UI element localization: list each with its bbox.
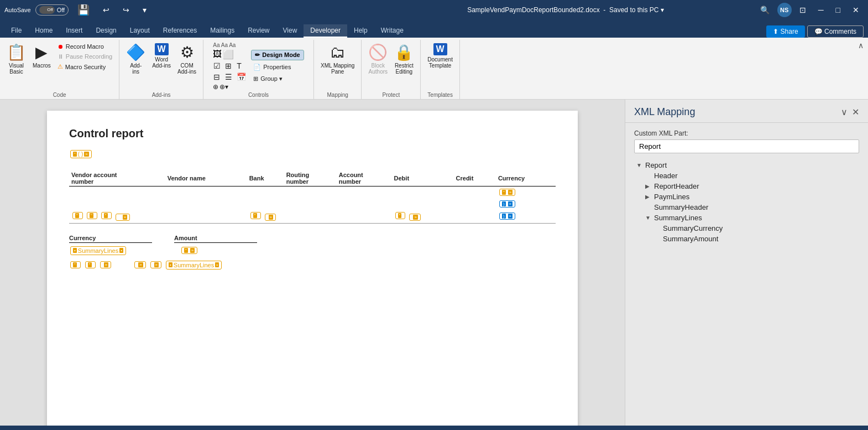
cc-currency-2[interactable]: ) » bbox=[499, 200, 515, 208]
tab-home[interactable]: Home bbox=[28, 24, 59, 38]
tab-view[interactable]: View bbox=[276, 24, 304, 38]
tree-item-summaryamount[interactable]: SummaryAmount bbox=[634, 234, 859, 244]
cc-row3-6[interactable]: » bbox=[265, 214, 276, 221]
ribbon-collapse-button[interactable]: ∧ bbox=[854, 40, 868, 51]
legacy-icon2[interactable]: ⊕▾ bbox=[219, 83, 228, 91]
tab-review[interactable]: Review bbox=[241, 24, 276, 38]
cc-row3-5[interactable]: " bbox=[250, 212, 261, 219]
td-empty-12 bbox=[337, 198, 392, 210]
restrict-editing-button[interactable]: 🔒 RestrictEditing bbox=[392, 42, 416, 76]
undo-button[interactable]: ↩ bbox=[98, 4, 114, 15]
cc-debit2[interactable]: » bbox=[409, 214, 420, 221]
xml-part-select[interactable]: Report bbox=[634, 139, 859, 153]
cc-row3-4[interactable]: » bbox=[116, 214, 130, 221]
status-bar: Page 1 of 1 17 words 📝 English (United S… bbox=[0, 426, 868, 430]
block-authors-button[interactable]: 🚫 BlockAuthors bbox=[366, 42, 390, 76]
date-icon[interactable]: 📅 bbox=[236, 72, 247, 82]
add-ins-button[interactable]: 🔷 Add-ins bbox=[124, 42, 148, 76]
tree-item-header[interactable]: Header bbox=[634, 170, 859, 181]
autosave-toggle-switch[interactable] bbox=[39, 6, 55, 14]
avatar[interactable]: NS bbox=[777, 3, 792, 17]
visual-basic-button[interactable]: 📋 VisualBasic bbox=[4, 42, 28, 76]
cc-row3-3[interactable]: " bbox=[101, 212, 112, 219]
com-add-ins-button[interactable]: ⚙ COMAdd-ins bbox=[175, 42, 198, 76]
comments-button[interactable]: 💬 Comments bbox=[807, 25, 864, 38]
cc-summaryamount-1[interactable]: " » bbox=[181, 247, 197, 254]
cc-debit[interactable]: " bbox=[395, 212, 406, 219]
combo-icon[interactable]: ⊟ bbox=[213, 72, 223, 82]
tab-layout[interactable]: Layout bbox=[123, 24, 156, 38]
save-button[interactable]: 💾 bbox=[73, 3, 94, 17]
cc-row3-1[interactable]: " bbox=[72, 212, 83, 219]
content-control-icon-2[interactable]: ⬜ bbox=[223, 49, 234, 60]
cc-summarylines-2a[interactable]: " bbox=[70, 261, 81, 268]
cc-currency-1[interactable]: " » bbox=[499, 189, 515, 196]
tab-design[interactable]: Design bbox=[89, 24, 123, 38]
close-button[interactable]: ✕ bbox=[848, 4, 864, 15]
xml-mapping-pane-button[interactable]: 🗂 XML MappingPane bbox=[318, 42, 357, 76]
tree-item-summaryheader[interactable]: SummaryHeader bbox=[634, 202, 859, 213]
tab-insert[interactable]: Insert bbox=[59, 24, 89, 38]
xml-panel-title: XML Mapping bbox=[634, 106, 695, 118]
legacy-icon[interactable]: ⊕ bbox=[213, 83, 218, 91]
group-button[interactable]: ⊞ Group ▾ bbox=[251, 74, 304, 84]
text-icon[interactable]: T bbox=[236, 61, 247, 71]
cc-summarylines-2d[interactable]: » bbox=[134, 261, 145, 268]
checkbox-icon[interactable]: ☑ bbox=[213, 61, 223, 71]
redo-button[interactable]: ↪ bbox=[118, 4, 134, 15]
search-button[interactable]: 🔍 bbox=[756, 4, 774, 15]
restore-window-button[interactable]: ⊡ bbox=[795, 4, 811, 15]
td-empty-5 bbox=[337, 186, 392, 199]
properties-button[interactable]: 📄 Properties bbox=[251, 63, 304, 72]
tab-writage[interactable]: Writage bbox=[374, 24, 410, 38]
pause-recording-button[interactable]: ⏸ Pause Recording bbox=[55, 52, 114, 61]
th-debit: Debit bbox=[392, 170, 454, 186]
content-control-icon-1[interactable]: 🖼 bbox=[213, 49, 222, 60]
save-location-arrow[interactable]: ▾ bbox=[661, 6, 664, 14]
minimize-button[interactable]: ─ bbox=[814, 4, 828, 15]
customize-qat-button[interactable]: ▾ bbox=[138, 4, 151, 15]
list-icon[interactable]: ☰ bbox=[224, 72, 235, 82]
cc-summarylines-2c[interactable]: » bbox=[100, 261, 111, 268]
maximize-button[interactable]: □ bbox=[832, 4, 845, 15]
td-empty-row3 bbox=[337, 210, 392, 223]
protect-group-items: 🚫 BlockAuthors 🔒 RestrictEditing bbox=[366, 42, 416, 91]
tab-file[interactable]: File bbox=[4, 24, 28, 38]
word-add-ins-button[interactable]: W WordAdd-ins bbox=[150, 42, 173, 70]
document-template-button[interactable]: W DocumentTemplate bbox=[425, 42, 455, 70]
macros-button[interactable]: ▶ Macros bbox=[30, 42, 53, 70]
ribbon-group-controls: Aa Aa Aa 🖼 ⬜ ☑ ⊞ T ⊟ ☰ 📅 ⊕ bbox=[203, 40, 314, 99]
visual-basic-label: VisualBasic bbox=[9, 63, 24, 75]
cc-summarylines-2e[interactable]: » bbox=[150, 261, 161, 268]
tab-references[interactable]: References bbox=[156, 24, 203, 38]
restrict-editing-icon: 🔒 bbox=[394, 43, 414, 61]
document-template-label: DocumentTemplate bbox=[427, 56, 453, 69]
tree-item-reportheader[interactable]: ▶ ReportHeader bbox=[634, 181, 859, 191]
xml-panel-collapse-button[interactable]: ∨ bbox=[841, 107, 848, 117]
tab-mailings[interactable]: Mailings bbox=[203, 24, 241, 38]
design-mode-button[interactable]: ✏ Design Mode bbox=[251, 50, 304, 60]
tree-item-summarycurrency[interactable]: SummaryCurrency bbox=[634, 223, 859, 234]
cc-orange-1[interactable]: " ( ) » bbox=[70, 150, 92, 158]
tree-arrow-header bbox=[645, 173, 652, 179]
summary-row-1: • SummaryLines • " » bbox=[69, 245, 556, 256]
share-button[interactable]: ⬆ Share bbox=[766, 25, 805, 38]
cc-summarylines-1[interactable]: • SummaryLines • bbox=[70, 246, 126, 255]
cc-summarylines-2b[interactable]: " bbox=[85, 261, 96, 268]
tab-help[interactable]: Help bbox=[347, 24, 374, 38]
cc-summarylines-label-2[interactable]: • SummaryLines • bbox=[166, 261, 222, 270]
xml-panel-close-button[interactable]: ✕ bbox=[852, 107, 859, 117]
autosave-toggle[interactable]: Off bbox=[35, 4, 69, 15]
macro-security-button[interactable]: ⚠ Macro Security bbox=[55, 62, 114, 71]
td-currency-cc2: ) » bbox=[496, 198, 556, 210]
table-icon[interactable]: ⊞ bbox=[224, 61, 235, 71]
tree-item-paymlines[interactable]: ▶ PaymLines bbox=[634, 191, 859, 202]
cc-row3-2[interactable]: " bbox=[87, 212, 97, 219]
th-account: Accountnumber bbox=[337, 170, 392, 186]
cc-row3-curr[interactable]: ) » bbox=[499, 213, 515, 220]
tab-developer[interactable]: Developer bbox=[304, 24, 347, 38]
tree-item-report[interactable]: ▼ Report bbox=[634, 160, 859, 170]
record-macro-button[interactable]: ⏺ Record Macro bbox=[55, 42, 114, 51]
tree-item-summarylines[interactable]: ▼ SummaryLines bbox=[634, 213, 859, 223]
summary-cols: Currency Amount bbox=[69, 235, 556, 243]
